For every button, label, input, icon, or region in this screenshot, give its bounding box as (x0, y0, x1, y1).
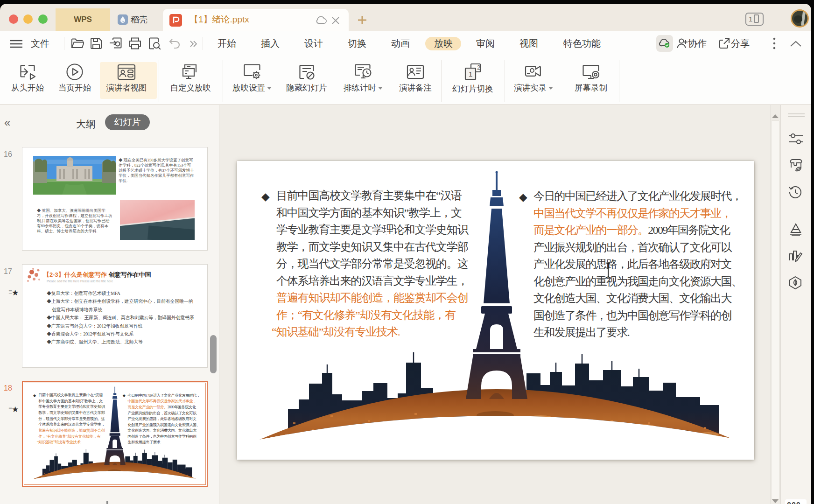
svg-text:2: 2 (477, 64, 480, 71)
svg-text:1: 1 (469, 70, 472, 78)
